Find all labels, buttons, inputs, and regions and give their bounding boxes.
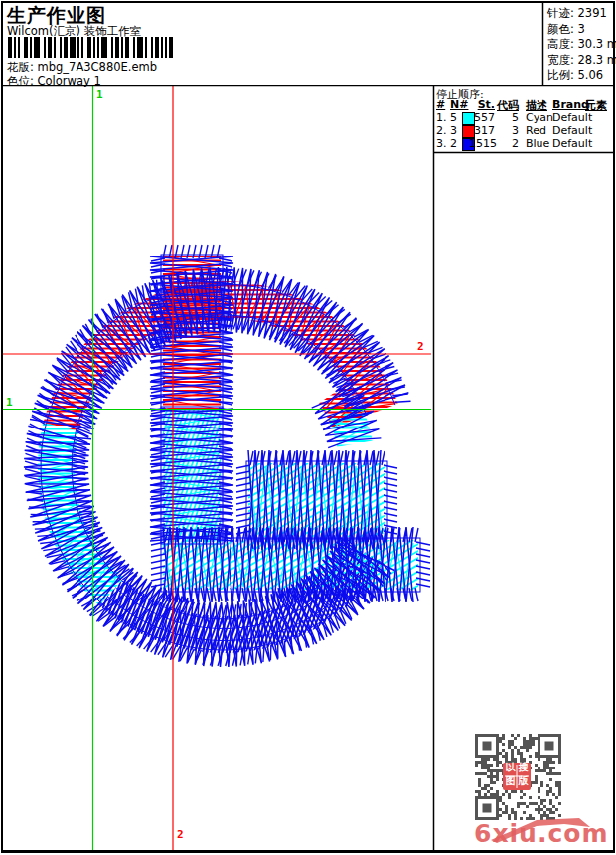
svg-text:图: 图 [506, 775, 516, 786]
info-line: 针迹: 2391 [547, 6, 616, 22]
stop-brand: Default [552, 111, 592, 124]
stop-description: Red [526, 124, 546, 137]
stop-brand: Default [552, 124, 592, 137]
stop-stitch-count: 557 [469, 111, 495, 124]
svg-text:版: 版 [517, 775, 529, 786]
stop-seq: 2. [436, 124, 447, 137]
watermark-text: 6xiu.com [474, 819, 608, 848]
stop-stitch-count: 1515 [469, 137, 495, 150]
barcode [8, 37, 173, 58]
stop-needle: 3 [450, 124, 457, 137]
stop-brand: Default [552, 137, 592, 150]
guide-label-2: 2 [417, 340, 424, 353]
info-line: 宽度: 28.3 mm [547, 53, 616, 69]
stop-code: 2 [497, 137, 519, 150]
qr-code: 以搜图版 [475, 734, 561, 820]
stop-code: 3 [497, 124, 519, 137]
stop-description: Cyan [526, 111, 553, 124]
col-stitches: St. [469, 98, 495, 111]
design-file-label: 花版: [7, 60, 34, 74]
table-row: 3. 2 1515 2 Blue Default [433, 137, 614, 150]
info-line: 颜色: 3 [547, 22, 616, 38]
stop-code: 5 [497, 111, 519, 124]
stop-seq: 3. [436, 137, 447, 150]
colorway-line: 色位: Colorway 1 [7, 74, 101, 88]
stop-needle: 2 [450, 137, 457, 150]
table-header-row: # N# St. 代码 描述 Brand 元素 [433, 98, 614, 111]
svg-text:搜: 搜 [517, 762, 529, 772]
design-file-line: 花版: mbg_7A3C880E.emb [7, 60, 157, 75]
production-worksheet: 1221以搜图版 生产作业图 Wilcom(汇京) 装饰工作室 花版: mbg_… [0, 0, 616, 855]
col-hash: # [436, 98, 445, 111]
blue-border-stitches [24, 245, 430, 667]
stitch-info-box: 针迹: 2391颜色: 3高度: 30.3 mm宽度: 28.3 mm比例: 5… [547, 6, 616, 84]
colorway-value: Colorway 1 [38, 74, 101, 87]
stop-seq: 1. [436, 111, 447, 124]
studio-name: Wilcom(汇京) 装饰工作室 [7, 24, 141, 39]
svg-text:以: 以 [506, 762, 517, 772]
table-row: 1. 5 557 5 Cyan Default [433, 111, 614, 124]
col-needle: N# [450, 98, 468, 111]
info-line: 高度: 30.3 mm [547, 37, 616, 53]
table-row: 2. 3 317 3 Red Default [433, 124, 614, 137]
stop-sequence-table: # N# St. 代码 描述 Brand 元素 1. 5 557 5 Cyan … [433, 98, 614, 150]
info-line: 比例: 5.06 [547, 68, 616, 84]
col-brand: Brand [552, 98, 589, 111]
stop-stitch-count: 317 [469, 124, 495, 137]
design-file-value: mbg_7A3C880E.emb [38, 60, 158, 74]
colorway-label: 色位: [7, 74, 34, 87]
stop-description: Blue [526, 137, 549, 150]
guide-label-2: 2 [177, 828, 184, 841]
stop-needle: 5 [450, 111, 457, 124]
guide-label-1: 1 [96, 88, 103, 101]
guide-label-1: 1 [6, 396, 13, 409]
